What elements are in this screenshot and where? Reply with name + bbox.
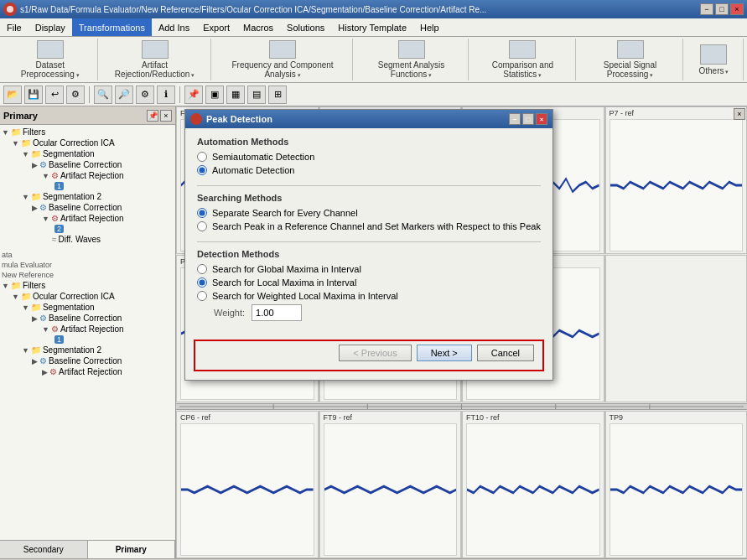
weight-row: Weight: bbox=[197, 304, 541, 321]
radio-global-maxima[interactable]: Search for Global Maxima in Interval bbox=[197, 264, 541, 274]
radio-separate-search-input[interactable] bbox=[197, 208, 207, 218]
dialog-minimize-button[interactable]: − bbox=[509, 113, 521, 125]
dialog-close-button[interactable]: × bbox=[536, 113, 547, 125]
radio-semiautomatic-label: Semiautomatic Detection bbox=[212, 152, 314, 162]
divider-1 bbox=[197, 185, 541, 186]
detection-section: Detection Methods Search for Global Maxi… bbox=[197, 249, 541, 321]
radio-local-maxima-input[interactable] bbox=[197, 277, 207, 288]
radio-separate-search[interactable]: Separate Search for Every Channel bbox=[197, 208, 541, 218]
dialog-overlay: Peak Detection − □ × Automation Methods … bbox=[0, 0, 747, 560]
radio-reference-search-label: Search Peak in a Reference Channel and S… bbox=[212, 221, 541, 231]
automation-title: Automation Methods bbox=[197, 137, 541, 147]
detection-title: Detection Methods bbox=[197, 249, 541, 259]
next-button[interactable]: Next > bbox=[417, 345, 472, 361]
automation-section: Automation Methods Semiautomatic Detecti… bbox=[197, 137, 541, 175]
weight-label: Weight: bbox=[214, 308, 245, 318]
radio-local-maxima[interactable]: Search for Local Maxima in Interval bbox=[197, 277, 541, 288]
radio-separate-search-label: Separate Search for Every Channel bbox=[212, 208, 358, 218]
searching-section: Searching Methods Separate Search for Ev… bbox=[197, 193, 541, 231]
radio-automatic[interactable]: Automatic Detection bbox=[197, 165, 541, 175]
peak-detection-dialog: Peak Detection − □ × Automation Methods … bbox=[184, 109, 553, 381]
searching-title: Searching Methods bbox=[197, 193, 541, 203]
dialog-title-bar: Peak Detection − □ × bbox=[185, 110, 552, 128]
cancel-button[interactable]: Cancel bbox=[477, 345, 534, 361]
dialog-footer: < Previous Next > Cancel bbox=[194, 340, 544, 371]
radio-reference-search[interactable]: Search Peak in a Reference Channel and S… bbox=[197, 221, 541, 231]
dialog-body: Automation Methods Semiautomatic Detecti… bbox=[185, 128, 552, 340]
dialog-icon bbox=[190, 113, 202, 125]
dialog-title-buttons: − □ × bbox=[509, 113, 547, 125]
radio-global-maxima-input[interactable] bbox=[197, 264, 207, 274]
radio-semiautomatic[interactable]: Semiautomatic Detection bbox=[197, 152, 541, 162]
radio-semiautomatic-input[interactable] bbox=[197, 152, 207, 162]
radio-weighted-maxima-input[interactable] bbox=[197, 291, 207, 301]
radio-reference-search-input[interactable] bbox=[197, 221, 207, 231]
radio-weighted-maxima-label: Search for Weighted Local Maxima in Inte… bbox=[212, 291, 398, 301]
weight-input[interactable] bbox=[252, 304, 302, 321]
dialog-title-text: Peak Detection bbox=[206, 114, 272, 124]
radio-weighted-maxima[interactable]: Search for Weighted Local Maxima in Inte… bbox=[197, 291, 541, 301]
previous-button[interactable]: < Previous bbox=[339, 345, 411, 361]
dialog-maximize-button[interactable]: □ bbox=[522, 113, 534, 125]
radio-local-maxima-label: Search for Local Maxima in Interval bbox=[212, 277, 356, 288]
radio-automatic-input[interactable] bbox=[197, 165, 207, 175]
radio-global-maxima-label: Search for Global Maxima in Interval bbox=[212, 264, 361, 274]
divider-2 bbox=[197, 241, 541, 242]
radio-automatic-label: Automatic Detection bbox=[212, 165, 294, 175]
